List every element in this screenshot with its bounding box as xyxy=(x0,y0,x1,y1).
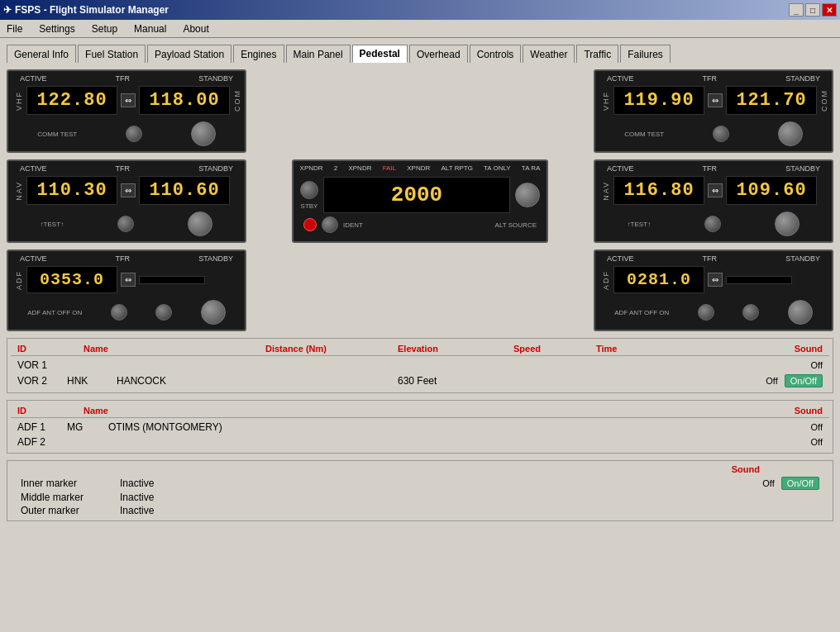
adf1-sound: Off xyxy=(811,422,823,432)
adf-col-sound: Sound xyxy=(795,406,823,416)
vor-table-header: ID Name Distance (Nm) Elevation Speed Ti… xyxy=(11,342,829,356)
outer-marker-row: Outer marker Inactive xyxy=(14,504,826,517)
xpndr-top: XPNDR 2 XPNDR FAIL XPNDR ALT RPTG TA ONL… xyxy=(297,164,543,172)
nav1-knob-left[interactable] xyxy=(117,216,134,232)
tab-failures[interactable]: Failures xyxy=(620,45,671,63)
tab-fuel-station[interactable]: Fuel Station xyxy=(78,45,146,63)
adf-table-header: ID Name Sound xyxy=(11,404,829,418)
vhf1-knob-left[interactable] xyxy=(126,126,142,142)
inner-marker-label: Inner marker xyxy=(21,478,120,489)
adf1-knob1[interactable] xyxy=(111,304,127,321)
adf2-swap-button[interactable]: ⇔ xyxy=(708,273,723,287)
maximize-button[interactable]: □ xyxy=(805,3,820,17)
adf-col-id: ID xyxy=(17,406,67,416)
vhf1-com-label: COM xyxy=(233,89,241,112)
xpndr-label2: 2 xyxy=(334,164,337,172)
vhf1-swap-button[interactable]: ⇔ xyxy=(121,93,136,107)
vor-col-name: Name xyxy=(84,344,249,354)
vor1-row: VOR 1 Off xyxy=(11,358,829,373)
vhf2-standby-freq: 121.70 xyxy=(726,86,817,115)
tab-controls[interactable]: Controls xyxy=(470,45,522,63)
nav1-panel: ACTIVE TFR STANDBY NAV 110.30 ⇔ 110.60 ↑… xyxy=(7,159,246,243)
vhf2-active-freq: 119.90 xyxy=(613,86,704,115)
adf1-knob2[interactable] xyxy=(155,304,172,321)
main-content: ACTIVE TFR STANDBY VHF 122.80 ⇔ 118.00 C… xyxy=(0,63,840,632)
vor2-onoff-button[interactable]: On/Off xyxy=(785,374,823,387)
nav1-standby-freq: 110.60 xyxy=(139,176,230,205)
nav1-active-label: ACTIVE xyxy=(20,164,47,173)
nav2-controls: ↑TEST↑ xyxy=(599,210,828,238)
vhf2-knob-right[interactable] xyxy=(778,121,803,146)
vhf2-swap-button[interactable]: ⇔ xyxy=(708,93,723,107)
adf2-header: ACTIVE TFR STANDBY xyxy=(599,254,828,263)
xpndr-fail-label: FAIL xyxy=(383,164,396,172)
marker-header-row: Sound xyxy=(14,464,826,474)
xpndr-code-knob[interactable] xyxy=(515,183,540,207)
xpndr-red-indicator xyxy=(303,218,317,231)
xpndr-ident-knob[interactable] xyxy=(322,216,338,233)
vhf1-controls: COMM TEST xyxy=(12,120,241,148)
tab-traffic[interactable]: Traffic xyxy=(576,45,618,63)
adf1-header: ACTIVE TFR STANDBY xyxy=(12,254,241,263)
xpndr-bottom-left: IDENT xyxy=(303,216,363,233)
app-title: FSPS - Flight Simulator Manager xyxy=(15,4,169,16)
xpndr-ta-only-label: TA ONLY xyxy=(484,164,511,172)
nav1-header: ACTIVE TFR STANDBY xyxy=(12,164,241,173)
nav2-tfr-label: TFR xyxy=(703,164,718,173)
menu-bar: File Settings Setup Manual About xyxy=(0,20,840,38)
adf1-knob3[interactable] xyxy=(201,300,226,325)
vhf2-active-label: ACTIVE xyxy=(607,74,634,83)
adf2-knob2[interactable] xyxy=(742,304,759,321)
nav2-test-label: ↑TEST↑ xyxy=(628,221,651,228)
tab-weather[interactable]: Weather xyxy=(523,45,575,63)
menu-settings[interactable]: Settings xyxy=(36,21,78,36)
vhf2-panel: ACTIVE TFR STANDBY VHF 119.90 ⇔ 121.70 C… xyxy=(594,69,833,153)
tab-engines[interactable]: Engines xyxy=(233,45,284,63)
vhf2-knob-left[interactable] xyxy=(713,126,729,142)
app-icon: ✈ xyxy=(3,4,12,16)
vor2-name-full: HANCOCK xyxy=(117,375,282,387)
nav1-swap-button[interactable]: ⇔ xyxy=(121,183,136,197)
nav1-tfr-label: TFR xyxy=(116,164,131,173)
vhf1-header: ACTIVE TFR STANDBY xyxy=(12,74,241,83)
tab-main-panel[interactable]: Main Panel xyxy=(286,45,351,63)
xpndr-mode-knob[interactable] xyxy=(300,181,318,199)
center-spacer-bottom xyxy=(253,249,587,331)
tab-overhead[interactable]: Overhead xyxy=(409,45,468,63)
adf2-knob1[interactable] xyxy=(698,304,714,321)
vor2-sound: Off xyxy=(766,376,777,386)
vor-col-sound: Sound xyxy=(795,344,823,354)
close-button[interactable]: ✕ xyxy=(822,3,837,17)
nav2-knob-left[interactable] xyxy=(704,216,721,232)
marker-onoff-button[interactable]: On/Off xyxy=(781,477,819,490)
vor-col-speed: Speed xyxy=(513,344,580,354)
nav2-active-label: ACTIVE xyxy=(607,164,634,173)
vhf1-knob-right[interactable] xyxy=(191,121,216,146)
tab-payload-station[interactable]: Payload Station xyxy=(147,45,231,63)
vhf1-side-label: VHF xyxy=(15,91,23,111)
tab-general-info[interactable]: General Info xyxy=(7,45,76,63)
adf1-swap-button[interactable]: ⇔ xyxy=(121,273,136,287)
adf1-active-label: ACTIVE xyxy=(20,254,47,263)
menu-setup[interactable]: Setup xyxy=(88,21,121,36)
tab-pedestal[interactable]: Pedestal xyxy=(352,45,408,63)
adf2-knob3[interactable] xyxy=(788,300,813,325)
minimize-button[interactable]: _ xyxy=(789,3,804,17)
nav2-swap-button[interactable]: ⇔ xyxy=(708,183,723,197)
title-bar: ✈ FSPS - Flight Simulator Manager _ □ ✕ xyxy=(0,0,840,20)
adf-col-name: Name xyxy=(84,406,778,416)
nav2-active-freq: 116.80 xyxy=(613,176,704,205)
nav1-knob-right[interactable] xyxy=(188,211,212,236)
vor-table-container: ID Name Distance (Nm) Elevation Speed Ti… xyxy=(7,338,833,393)
menu-manual[interactable]: Manual xyxy=(131,21,169,36)
vor-col-id: ID xyxy=(17,344,67,354)
nav2-knob-right[interactable] xyxy=(775,211,799,236)
vor2-id: VOR 2 xyxy=(17,375,67,387)
menu-about[interactable]: About xyxy=(179,21,212,36)
vhf2-com-label: COM xyxy=(820,89,828,112)
xpndr-label3: XPNDR xyxy=(348,164,371,172)
vhf1-comm-test-label: COMM TEST xyxy=(37,131,77,138)
nav1-controls: ↑TEST↑ xyxy=(12,210,241,238)
menu-file[interactable]: File xyxy=(3,21,26,36)
nav1-display-row: NAV 110.30 ⇔ 110.60 xyxy=(12,174,241,207)
